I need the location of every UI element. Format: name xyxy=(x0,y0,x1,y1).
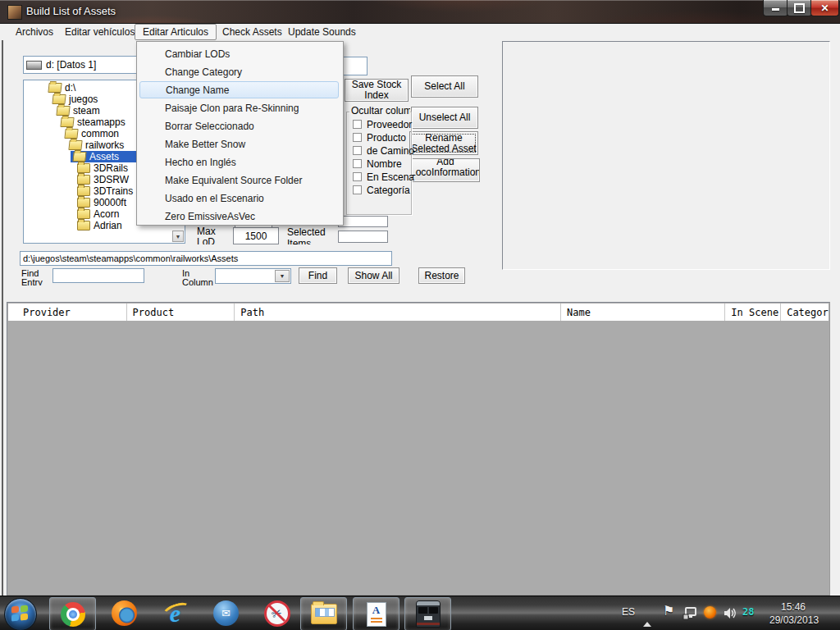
window-title: Build List of Assets xyxy=(26,5,116,17)
menu-item-usado-en-escenario[interactable]: Usado en el Escenario xyxy=(139,189,339,208)
titlebar[interactable]: Build List of Assets ✕ xyxy=(0,0,840,24)
network-icon[interactable] xyxy=(682,607,697,623)
tree-item[interactable]: Adrian xyxy=(25,220,122,231)
close-button[interactable]: ✕ xyxy=(810,0,839,16)
tree-item[interactable]: steamapps xyxy=(25,116,126,128)
taskbar-thunderbird[interactable]: ✉ xyxy=(203,597,249,629)
maximize-button[interactable] xyxy=(787,0,812,16)
tree-item[interactable]: 90000ft xyxy=(25,197,126,208)
column-header-name[interactable]: Name xyxy=(561,304,725,321)
folder-icon xyxy=(48,83,62,93)
taskbar-firefox[interactable] xyxy=(102,597,147,629)
volume-icon[interactable] xyxy=(724,607,738,622)
tree-item[interactable]: 3DSRW xyxy=(25,174,129,185)
show-all-button[interactable]: Show All xyxy=(348,267,399,284)
taskbar-internet-explorer[interactable]: e xyxy=(153,597,198,629)
table-header: Provider Product Path Name In Scene Cate… xyxy=(8,304,829,322)
menu-item-cambiar-lods[interactable]: Cambiar LODs xyxy=(139,45,339,63)
tree-item[interactable]: juegos xyxy=(25,94,98,105)
table-body[interactable] xyxy=(8,321,829,594)
temperature-tray-icon[interactable]: 28 xyxy=(742,606,754,618)
column-header-product[interactable]: Product xyxy=(127,304,235,321)
screen: Build List of Assets ✕ Archivos Editar v… xyxy=(0,0,840,630)
column-header-provider[interactable]: Provider xyxy=(8,304,127,321)
menu-item-zero-emissiveasvec[interactable]: Zero EmissiveAsVec xyxy=(139,208,339,226)
column-header-in-scene[interactable]: In Scene xyxy=(725,304,781,321)
start-button[interactable] xyxy=(4,598,37,630)
find-entry-input[interactable] xyxy=(52,268,144,283)
tree-item[interactable]: railworks xyxy=(25,139,124,151)
path-input[interactable] xyxy=(20,251,392,266)
taskbar-railworks[interactable] xyxy=(404,597,451,630)
chevron-down-icon[interactable]: ▼ xyxy=(275,270,290,282)
taskbar-windows-explorer[interactable] xyxy=(300,597,347,630)
max-lod-value-box[interactable]: 1500 xyxy=(233,227,279,244)
checkbox-en-escena[interactable]: En Escena xyxy=(353,172,362,184)
elements-value-box-2[interactable] xyxy=(338,231,388,243)
menu-editar-articulos[interactable]: Editar Articulos xyxy=(135,24,217,40)
elements-value-box-1[interactable] xyxy=(338,216,388,227)
checkbox-nombre[interactable]: Nombre xyxy=(353,159,362,171)
column-header-path[interactable]: Path xyxy=(235,304,561,321)
add-locoinformation-button[interactable]: AddLocoInformation xyxy=(411,158,480,182)
column-select[interactable]: ▼ xyxy=(215,268,291,284)
checkbox-icon[interactable] xyxy=(353,159,362,168)
checkbox-proveedor[interactable]: Proveedor xyxy=(353,120,362,131)
checkbox-icon[interactable] xyxy=(353,185,362,194)
menu-editar-vehiculos[interactable]: Editar vehículos xyxy=(57,24,142,39)
antivirus-tray-icon[interactable] xyxy=(704,606,716,619)
clock-time[interactable]: 15:46 xyxy=(781,601,806,613)
checkbox-de-camino[interactable]: de Camino xyxy=(353,146,362,158)
thunderbird-icon: ✉ xyxy=(213,600,239,626)
clock-date[interactable]: 29/03/2013 xyxy=(769,614,819,626)
menubar: Archivos Editar vehículos Editar Articul… xyxy=(0,24,840,41)
select-all-button[interactable]: Select All xyxy=(411,75,478,98)
taskbar-chrome[interactable] xyxy=(49,597,96,630)
action-center-flag-icon[interactable]: ⚑ xyxy=(663,603,674,619)
tree-item-selected[interactable]: Assets xyxy=(25,151,119,162)
taskbar-snipping-tool[interactable]: ✂ xyxy=(254,597,299,629)
window-app-icon xyxy=(7,5,22,20)
chevron-up-icon xyxy=(643,610,651,627)
folder-icon xyxy=(56,106,70,116)
menu-archivos[interactable]: Archivos xyxy=(8,24,61,39)
restore-button[interactable]: Restore xyxy=(418,267,465,284)
maximize-icon xyxy=(794,3,805,13)
menu-item-change-category[interactable]: Change Category xyxy=(139,63,339,81)
checkbox-categoria[interactable]: Categoría xyxy=(353,185,362,197)
tree-item[interactable]: steam xyxy=(25,105,100,116)
save-stock-index-button[interactable]: Save StockIndex xyxy=(345,79,409,102)
menu-item-borrar-seleccionado[interactable]: Borrar Seleccionado xyxy=(139,117,339,135)
column-header-category[interactable]: Category xyxy=(781,304,829,321)
taskbar-wordpad[interactable]: A xyxy=(353,597,399,630)
menu-item-change-name[interactable]: Change Name xyxy=(139,81,339,98)
tree-item[interactable]: Acorn xyxy=(25,208,119,220)
checkbox-icon[interactable] xyxy=(353,146,362,155)
folder-icon xyxy=(77,163,90,173)
tree-item[interactable]: 3DRails xyxy=(25,162,128,174)
find-entry-label: FindEntry xyxy=(21,269,49,285)
language-indicator[interactable]: ES xyxy=(622,606,635,618)
menu-item-paisaje-clon[interactable]: Paisaje Clon para Re-Skinning xyxy=(139,99,339,117)
tray-expand-button[interactable] xyxy=(643,610,651,622)
checkbox-icon[interactable] xyxy=(353,172,362,181)
drive-icon xyxy=(26,61,42,70)
tree-item[interactable]: common xyxy=(25,128,119,139)
menu-update-sounds[interactable]: Update Sounds xyxy=(281,24,363,39)
checkbox-producto[interactable]: Producto xyxy=(353,133,362,144)
checkbox-icon[interactable] xyxy=(353,120,362,129)
find-button[interactable]: Find xyxy=(299,267,337,284)
tree-item[interactable]: d:\ xyxy=(25,82,75,94)
tree-scroll-down-button[interactable]: ▼ xyxy=(172,231,184,242)
drive-selector-value: d: [Datos 1] xyxy=(46,59,96,71)
menu-item-make-better-snow[interactable]: Make Better Snow xyxy=(139,135,339,153)
minimize-button[interactable] xyxy=(763,0,788,16)
unselect-all-button[interactable]: Unselect All xyxy=(411,107,478,129)
menu-check-assets[interactable]: Check Assets xyxy=(215,24,290,39)
rename-selected-asset-button[interactable]: RenameSelected Asset xyxy=(409,131,478,155)
checkbox-icon[interactable] xyxy=(353,133,362,142)
menu-item-make-equivalent-source[interactable]: Make Equivalent Source Folder xyxy=(139,171,339,189)
asset-table[interactable]: Provider Product Path Name In Scene Cate… xyxy=(7,302,830,596)
tree-item[interactable]: 3DTrains xyxy=(25,185,133,197)
menu-item-hecho-en-ingles[interactable]: Hecho en Inglés xyxy=(139,153,339,171)
